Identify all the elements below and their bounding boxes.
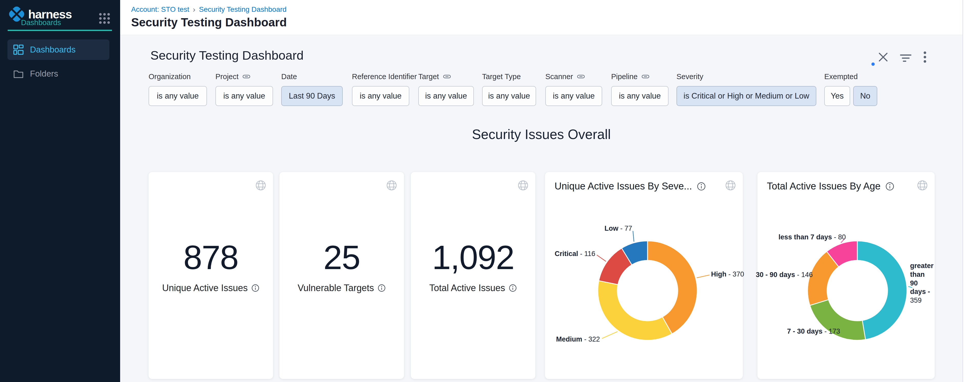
donut-label-critical: Critical - 116	[555, 250, 595, 258]
info-icon[interactable]	[251, 284, 259, 292]
pointer-indicator	[872, 62, 875, 66]
stat-value: 25	[280, 241, 404, 274]
breadcrumb-page-link[interactable]: Security Testing Dashboard	[199, 5, 286, 14]
filter-label: Organization	[149, 72, 207, 81]
sidebar-item-label: Dashboards	[30, 45, 76, 54]
info-icon[interactable]	[509, 284, 517, 292]
sidebar-divider	[8, 30, 112, 31]
info-icon[interactable]	[377, 284, 386, 292]
donut-label-30-90-days: 30 - 90 days - 146	[756, 271, 813, 279]
filter-chip-pipeline[interactable]: is any value	[611, 86, 668, 106]
filter-label: Scanner	[545, 72, 602, 81]
stat-value: 878	[149, 241, 273, 274]
filter-chip-exempted-no[interactable]: No	[853, 86, 877, 106]
info-icon[interactable]	[885, 182, 894, 191]
sidebar: harness Dashboards Dashboards Folders	[0, 0, 120, 382]
filter-target-type: Target Type is any value	[482, 72, 536, 106]
section-title: Security Issues Overall	[120, 127, 963, 142]
link-icon	[642, 74, 649, 79]
filter-chip-organization[interactable]: is any value	[149, 86, 207, 106]
filter-label: Reference Identifier	[352, 72, 417, 81]
filter-project: Project is any value	[215, 72, 273, 106]
sidebar-item-label: Folders	[30, 69, 58, 79]
scrollbar-track[interactable]	[963, 0, 980, 382]
link-icon	[443, 74, 451, 79]
link-icon	[577, 74, 585, 79]
filter-label: Target Type	[482, 72, 536, 81]
filter-pipeline: Pipeline is any value	[611, 72, 668, 106]
globe-icon	[917, 180, 928, 191]
chart-title: Unique Active Issues By Seve...	[555, 181, 706, 192]
dashboard-title: Security Testing Dashboard	[150, 48, 304, 62]
filter-chip-target[interactable]: is any value	[418, 86, 474, 106]
filter-icon[interactable]	[900, 54, 912, 63]
donut-label-greater-than-90-days: greater than 90 days - 359	[910, 262, 933, 305]
info-icon[interactable]	[697, 182, 706, 191]
filter-label: Pipeline	[611, 72, 668, 81]
dashboards-grid-icon	[13, 44, 24, 55]
filter-exempted: Exempted Yes No	[824, 72, 877, 106]
filter-label: Severity	[676, 72, 816, 81]
stat-label: Total Active Issues	[411, 283, 535, 293]
chart-card-issues-by-severity: Unique Active Issues By Seve... Low - 77…	[545, 172, 743, 379]
donut-label-low: Low - 77	[605, 224, 632, 233]
globe-icon	[386, 180, 397, 191]
filter-scanner: Scanner is any value	[545, 72, 602, 106]
stat-card-vulnerable-targets: 25 Vulnerable Targets	[280, 172, 404, 379]
filter-chip-target-type[interactable]: is any value	[482, 86, 536, 106]
donut-label-high: High - 370	[711, 270, 744, 279]
sidebar-item-dashboards[interactable]: Dashboards	[8, 40, 109, 60]
filter-chip-reference-identifier[interactable]: is any value	[352, 86, 409, 106]
filter-reference-identifier: Reference Identifier is any value	[352, 72, 417, 106]
filter-chip-scanner[interactable]: is any value	[545, 86, 602, 106]
filter-target: Target is any value	[418, 72, 474, 106]
close-icon[interactable]	[878, 52, 889, 62]
stat-label: Unique Active Issues	[149, 283, 273, 293]
filter-severity: Severity is Critical or High or Medium o…	[676, 72, 816, 106]
dashboard-canvas: Security Testing Dashboard Organization …	[120, 36, 963, 382]
filter-label: Project	[215, 72, 273, 81]
stat-card-unique-active-issues: 878 Unique Active Issues	[149, 172, 273, 379]
donut-label-medium: Medium - 322	[556, 335, 600, 344]
filter-label: Date	[281, 72, 343, 81]
kebab-menu-icon[interactable]	[923, 51, 926, 63]
stat-value: 1,092	[411, 241, 535, 274]
chart-title: Total Active Issues By Age	[767, 181, 894, 192]
globe-icon	[255, 180, 266, 191]
breadcrumb: Account: STO test › Security Testing Das…	[131, 5, 286, 14]
filter-label: Exempted	[824, 72, 877, 81]
donut-label-less-than-7-days: less than 7 days - 80	[778, 233, 846, 242]
link-icon	[243, 74, 250, 79]
stat-label: Vulnerable Targets	[280, 283, 404, 293]
chevron-right-icon: ›	[193, 5, 196, 14]
globe-icon	[517, 180, 529, 191]
globe-icon	[725, 180, 736, 191]
filter-date: Date Last 90 Days	[281, 72, 343, 106]
product-label: Dashboards	[21, 18, 61, 27]
chart-card-issues-by-age: Total Active Issues By Age less than 7 d…	[757, 172, 935, 379]
filter-chip-exempted-yes[interactable]: Yes	[824, 86, 850, 106]
filter-chip-project[interactable]: is any value	[215, 86, 273, 106]
sidebar-item-folders[interactable]: Folders	[8, 63, 109, 84]
folder-icon	[13, 68, 24, 79]
filter-label: Target	[418, 72, 474, 81]
filter-chip-severity[interactable]: is Critical or High or Medium or Low	[676, 86, 816, 106]
module-grid-icon[interactable]	[99, 12, 111, 25]
filter-chip-date[interactable]: Last 90 Days	[281, 86, 343, 106]
donut-label-7-30-days: 7 - 30 days - 173	[787, 327, 840, 336]
app-header: Account: STO test › Security Testing Das…	[120, 0, 963, 35]
filter-organization: Organization is any value	[149, 72, 207, 106]
breadcrumb-account-link[interactable]: Account: STO test	[131, 5, 189, 14]
stat-card-total-active-issues: 1,092 Total Active Issues	[411, 172, 535, 379]
page-title: Security Testing Dashboard	[131, 15, 287, 29]
